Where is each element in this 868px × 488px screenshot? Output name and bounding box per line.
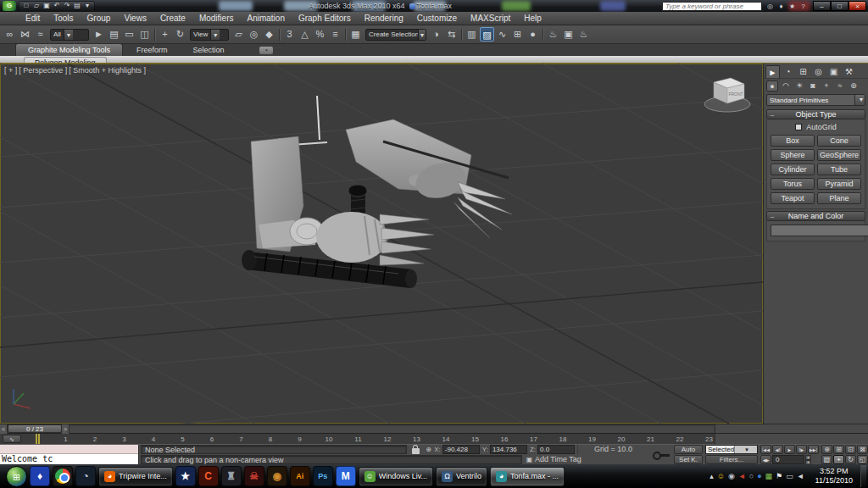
selection-lock-icon[interactable] bbox=[412, 448, 420, 454]
model-tonfa-arms[interactable] bbox=[242, 96, 512, 288]
help-icon[interactable]: ? bbox=[798, 3, 808, 10]
polygon-modeling-panel-tab[interactable]: Polygon Modeling bbox=[24, 57, 107, 64]
display-tab[interactable]: ▣ bbox=[826, 65, 841, 78]
pinned-messenger-icon[interactable]: M bbox=[336, 466, 356, 486]
pinned-gears-app-icon[interactable]: ☠ bbox=[244, 466, 264, 486]
autogrid-checkbox[interactable] bbox=[795, 124, 802, 130]
select-and-scale-button[interactable]: ▱ bbox=[231, 27, 246, 42]
pinned-star-app-icon[interactable]: ★ bbox=[175, 466, 196, 486]
systems-subtab[interactable]: ⊛ bbox=[848, 80, 860, 92]
redo-icon[interactable]: ↷ bbox=[62, 2, 72, 10]
object-type-rollout-header[interactable]: – Object Type bbox=[766, 109, 865, 119]
undo-icon[interactable]: ↶ bbox=[52, 2, 62, 10]
pinned-photoshop-icon[interactable]: Ps bbox=[313, 466, 333, 486]
photo-tray-icon[interactable]: ▦ bbox=[765, 472, 773, 480]
spinner-snap-toggle[interactable]: ≡ bbox=[328, 27, 342, 42]
zoom-extents-all-button[interactable]: ⊠ bbox=[857, 445, 868, 454]
infocenter-search-icon[interactable]: ◎ bbox=[765, 3, 775, 10]
action-center-flag-icon[interactable]: ⚑ bbox=[776, 472, 782, 480]
project-folder-icon[interactable]: ▤ bbox=[72, 2, 82, 10]
new-file-icon[interactable]: □ bbox=[21, 2, 31, 10]
quick-access-dropdown-icon[interactable]: ▾ bbox=[82, 2, 92, 10]
messenger-status-tray-icon[interactable]: ☺ bbox=[717, 472, 725, 480]
select-and-move-button[interactable]: + bbox=[158, 27, 172, 42]
edit-named-selection-sets-button[interactable]: ▦ bbox=[348, 27, 363, 42]
viewport-menu-pov[interactable]: [ Perspective ] bbox=[19, 66, 67, 75]
create-geosphere-button[interactable]: GeoSphere bbox=[817, 149, 861, 161]
selection-filter-dropdown[interactable]: All▼ bbox=[50, 29, 89, 41]
cameras-subtab[interactable]: ◙ bbox=[807, 80, 819, 92]
close-button[interactable]: × bbox=[849, 1, 866, 11]
add-time-tag[interactable]: Add Time Tag bbox=[535, 455, 631, 463]
rendered-frame-window-button[interactable]: ▣ bbox=[561, 27, 576, 42]
previous-frame-button[interactable]: ◀‖ bbox=[772, 445, 783, 454]
pinned-steam-icon[interactable]: ◔ bbox=[75, 466, 96, 486]
communication-center-icon[interactable]: ★ bbox=[787, 3, 797, 10]
menu-rendering[interactable]: Rendering bbox=[358, 12, 410, 25]
current-frame-marker[interactable] bbox=[36, 434, 40, 444]
pinned-curse-app-icon[interactable]: C bbox=[198, 466, 219, 486]
create-pyramid-button[interactable]: Pyramid bbox=[817, 178, 861, 190]
time-slider-handle[interactable]: 0 / 23 bbox=[8, 424, 62, 433]
window-crossing-toggle[interactable]: ◫ bbox=[137, 27, 152, 42]
material-editor-button[interactable]: ● bbox=[526, 27, 540, 42]
ribbon-tab-freeform[interactable]: Freeform bbox=[125, 44, 180, 56]
z-coordinate-field[interactable]: 0.0 bbox=[537, 445, 575, 454]
steam-tray-icon[interactable]: ○ bbox=[749, 472, 754, 480]
create-cylinder-button[interactable]: Cylinder bbox=[771, 164, 815, 175]
schematic-view-button[interactable]: ⊞ bbox=[510, 27, 525, 42]
maxscript-mini-listener[interactable]: Welcome tc bbox=[0, 445, 139, 464]
volume-tray-icon[interactable]: ◄ bbox=[797, 472, 804, 480]
next-frame-arrow[interactable]: > bbox=[62, 424, 70, 434]
use-pivot-center-button[interactable]: ◎ bbox=[247, 27, 261, 42]
percent-snap-toggle[interactable]: % bbox=[313, 27, 327, 42]
menu-graph-editors[interactable]: Graph Editors bbox=[292, 12, 358, 25]
select-by-name-button[interactable]: ▤ bbox=[107, 27, 121, 42]
lights-subtab[interactable]: ☀ bbox=[793, 80, 805, 92]
menu-create[interactable]: Create bbox=[153, 12, 192, 25]
create-tube-button[interactable]: Tube bbox=[817, 164, 861, 175]
menu-edit[interactable]: Edit bbox=[19, 12, 47, 25]
maximize-button[interactable]: □ bbox=[831, 1, 849, 11]
subscription-key-icon[interactable]: ♦ bbox=[776, 3, 786, 10]
name-color-rollout-header[interactable]: – Name and Color bbox=[766, 211, 865, 221]
maximize-viewport-toggle[interactable]: ◱ bbox=[857, 455, 868, 464]
layer-manager-button[interactable]: ▥ bbox=[465, 27, 479, 42]
object-name-input[interactable] bbox=[771, 225, 868, 236]
viewcube[interactable]: FRONT bbox=[704, 78, 750, 112]
named-selection-sets-dropdown[interactable]: Create Selection S▼ bbox=[365, 29, 426, 41]
pinned-game-app-icon[interactable]: ♜ bbox=[221, 466, 242, 486]
save-file-icon[interactable]: ▣ bbox=[42, 2, 52, 10]
open-mini-curve-editor-button[interactable]: ∿ bbox=[3, 435, 21, 443]
select-and-rotate-button[interactable]: ↻ bbox=[173, 27, 187, 42]
menu-views[interactable]: Views bbox=[117, 12, 153, 25]
select-object-button[interactable]: ► bbox=[92, 27, 106, 42]
auto-key-button[interactable]: Auto bbox=[674, 445, 703, 454]
render-setup-button[interactable]: ♨ bbox=[546, 27, 560, 42]
macro-recorder-pane[interactable] bbox=[0, 445, 138, 454]
search-input[interactable] bbox=[662, 2, 762, 11]
modify-tab[interactable]: ◔ bbox=[781, 65, 795, 78]
pinned-app-blue-icon[interactable]: ♦ bbox=[30, 466, 50, 486]
create-cone-button[interactable]: Cone bbox=[817, 135, 861, 147]
select-and-link-button[interactable]: ∞ bbox=[3, 27, 17, 42]
perspective-viewport[interactable]: [ + ] [ Perspective ] [ Smooth + Highlig… bbox=[0, 64, 763, 424]
zoom-button[interactable]: ⊕ bbox=[821, 445, 832, 454]
key-filter-dropdown[interactable]: Selected ▼ bbox=[705, 445, 758, 454]
frame-spinner[interactable]: ▲▼ bbox=[805, 455, 811, 464]
motion-tab[interactable]: ◎ bbox=[811, 65, 826, 78]
create-tab[interactable]: ► bbox=[765, 65, 780, 78]
taskbar-window-tonfa[interactable]: ◕Tonfa.max - ... bbox=[490, 467, 565, 486]
menu-tools[interactable]: Tools bbox=[47, 12, 80, 25]
shapes-subtab[interactable]: ◠ bbox=[780, 80, 792, 92]
next-frame-button[interactable]: ‖▶ bbox=[796, 445, 807, 454]
max-logo[interactable]: G bbox=[3, 1, 16, 11]
show-hidden-icons-button[interactable]: ▴ bbox=[709, 472, 714, 480]
mirror-button[interactable]: ◑ bbox=[429, 27, 443, 42]
viewport-menu-shading[interactable]: [ Smooth + Highlights ] bbox=[69, 66, 146, 75]
network-tray-icon[interactable]: ▭ bbox=[786, 472, 793, 480]
go-to-start-button[interactable]: |◀◀ bbox=[760, 445, 771, 454]
ribbon-tab-graphite-modeling-tools[interactable]: Graphite Modeling Tools bbox=[15, 43, 123, 56]
menu-help[interactable]: Help bbox=[517, 12, 548, 25]
play-button[interactable]: ▶ bbox=[784, 445, 795, 454]
